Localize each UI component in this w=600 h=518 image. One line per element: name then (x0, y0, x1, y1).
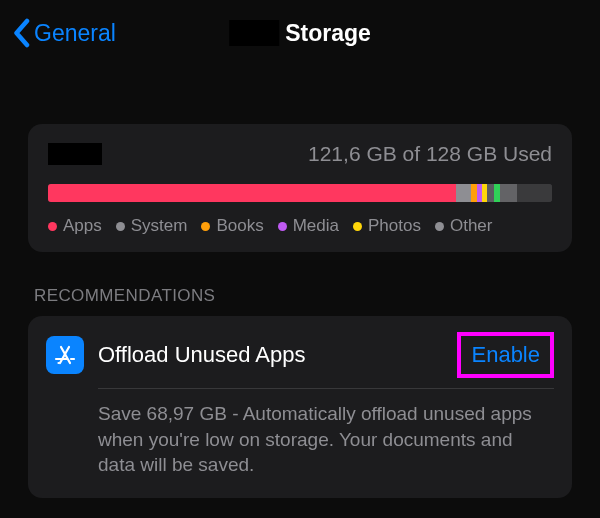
legend-dot-icon (353, 222, 362, 231)
navbar: General Storage (0, 0, 600, 58)
storage-segment (517, 184, 552, 202)
storage-bar (48, 184, 552, 202)
enable-button[interactable]: Enable (457, 332, 554, 378)
back-button[interactable]: General (12, 18, 116, 48)
storage-used-text: 121,6 GB of 128 GB Used (308, 142, 552, 166)
legend-dot-icon (48, 222, 57, 231)
legend-item: Other (435, 216, 493, 236)
recommendation-card[interactable]: Offload Unused Apps Enable Save 68,97 GB… (28, 316, 572, 498)
storage-summary-card: 121,6 GB of 128 GB Used AppsSystemBooksM… (28, 124, 572, 252)
page-title: Storage (229, 20, 371, 47)
legend-item: Media (278, 216, 339, 236)
legend-dot-icon (116, 222, 125, 231)
divider (98, 388, 554, 389)
legend-item: Apps (48, 216, 102, 236)
storage-segment (48, 184, 456, 202)
storage-header-row: 121,6 GB of 128 GB Used (48, 142, 552, 166)
legend-label: Books (216, 216, 263, 236)
recommendation-row: Offload Unused Apps Enable (46, 332, 554, 378)
legend-item: Books (201, 216, 263, 236)
legend-label: Media (293, 216, 339, 236)
legend-dot-icon (435, 222, 444, 231)
appstore-icon (46, 336, 84, 374)
back-label: General (34, 20, 116, 47)
legend-label: Apps (63, 216, 102, 236)
legend-label: Photos (368, 216, 421, 236)
legend-dot-icon (201, 222, 210, 231)
storage-legend: AppsSystemBooksMediaPhotosOther (48, 216, 552, 236)
redacted-block (48, 143, 102, 165)
recommendations-header: RECOMMENDATIONS (34, 286, 566, 306)
redacted-block (229, 20, 279, 46)
recommendation-description: Save 68,97 GB - Automatically offload un… (98, 401, 554, 478)
legend-dot-icon (278, 222, 287, 231)
legend-item: Photos (353, 216, 421, 236)
legend-label: Other (450, 216, 493, 236)
legend-item: System (116, 216, 188, 236)
chevron-left-icon (12, 18, 30, 48)
recommendation-title: Offload Unused Apps (98, 342, 443, 368)
storage-segment (500, 184, 517, 202)
storage-segment (456, 184, 471, 202)
legend-label: System (131, 216, 188, 236)
